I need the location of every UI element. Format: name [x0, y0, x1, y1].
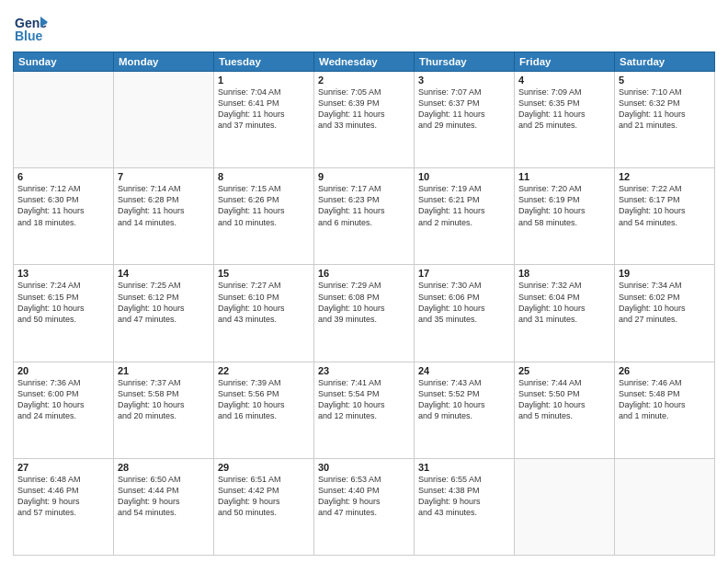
day-info: Sunrise: 6:50 AM Sunset: 4:44 PM Dayligh… [118, 474, 210, 519]
day-info: Sunrise: 7:17 AM Sunset: 6:23 PM Dayligh… [318, 183, 410, 228]
day-info: Sunrise: 7:44 AM Sunset: 5:50 PM Dayligh… [518, 377, 610, 422]
day-info: Sunrise: 6:55 AM Sunset: 4:38 PM Dayligh… [418, 474, 510, 519]
day-number: 11 [518, 171, 610, 182]
week-row-4: 27Sunrise: 6:48 AM Sunset: 4:46 PM Dayli… [14, 458, 715, 555]
day-info: Sunrise: 7:27 AM Sunset: 6:10 PM Dayligh… [218, 280, 310, 325]
day-number: 31 [418, 462, 510, 473]
day-cell: 4Sunrise: 7:09 AM Sunset: 6:35 PM Daylig… [515, 72, 615, 168]
day-cell: 16Sunrise: 7:29 AM Sunset: 6:08 PM Dayli… [314, 265, 415, 362]
day-info: Sunrise: 7:43 AM Sunset: 5:52 PM Dayligh… [418, 377, 510, 422]
day-info: Sunrise: 7:07 AM Sunset: 6:37 PM Dayligh… [418, 86, 510, 132]
page: General Blue SundayMondayTuesdayWednesda… [0, 0, 728, 563]
day-number: 5 [619, 75, 711, 86]
day-info: Sunrise: 7:14 AM Sunset: 6:28 PM Dayligh… [118, 183, 210, 228]
day-info: Sunrise: 7:36 AM Sunset: 6:00 PM Dayligh… [17, 377, 109, 422]
day-info: Sunrise: 7:05 AM Sunset: 6:39 PM Dayligh… [318, 86, 410, 132]
day-cell [615, 458, 715, 555]
week-row-3: 20Sunrise: 7:36 AM Sunset: 6:00 PM Dayli… [14, 362, 715, 458]
day-number: 23 [318, 365, 410, 376]
day-info: Sunrise: 7:30 AM Sunset: 6:06 PM Dayligh… [418, 280, 510, 325]
day-info: Sunrise: 7:10 AM Sunset: 6:32 PM Dayligh… [619, 86, 711, 132]
weekday-header-sunday: Sunday [14, 52, 114, 72]
day-number: 21 [118, 365, 210, 376]
day-cell: 31Sunrise: 6:55 AM Sunset: 4:38 PM Dayli… [415, 458, 515, 555]
day-cell: 26Sunrise: 7:46 AM Sunset: 5:48 PM Dayli… [615, 362, 715, 458]
day-number: 20 [17, 365, 109, 376]
week-row-0: 1Sunrise: 7:04 AM Sunset: 6:41 PM Daylig… [14, 72, 715, 168]
week-row-1: 6Sunrise: 7:12 AM Sunset: 6:30 PM Daylig… [14, 168, 715, 265]
weekday-header-row: SundayMondayTuesdayWednesdayThursdayFrid… [14, 52, 715, 72]
day-info: Sunrise: 7:22 AM Sunset: 6:17 PM Dayligh… [619, 183, 711, 228]
day-cell: 12Sunrise: 7:22 AM Sunset: 6:17 PM Dayli… [615, 168, 715, 265]
day-info: Sunrise: 7:19 AM Sunset: 6:21 PM Dayligh… [418, 183, 510, 228]
week-row-2: 13Sunrise: 7:24 AM Sunset: 6:15 PM Dayli… [14, 265, 715, 362]
logo-icon: General Blue [13, 9, 48, 48]
weekday-header-saturday: Saturday [615, 52, 715, 72]
day-cell: 14Sunrise: 7:25 AM Sunset: 6:12 PM Dayli… [114, 265, 214, 362]
day-cell: 15Sunrise: 7:27 AM Sunset: 6:10 PM Dayli… [214, 265, 314, 362]
day-info: Sunrise: 7:04 AM Sunset: 6:41 PM Dayligh… [218, 86, 310, 132]
svg-text:Blue: Blue [15, 29, 43, 43]
day-info: Sunrise: 6:53 AM Sunset: 4:40 PM Dayligh… [318, 474, 410, 519]
day-cell: 27Sunrise: 6:48 AM Sunset: 4:46 PM Dayli… [14, 458, 114, 555]
day-number: 6 [17, 171, 109, 182]
day-cell: 2Sunrise: 7:05 AM Sunset: 6:39 PM Daylig… [314, 72, 415, 168]
day-cell: 30Sunrise: 6:53 AM Sunset: 4:40 PM Dayli… [314, 458, 415, 555]
day-number: 22 [218, 365, 310, 376]
day-info: Sunrise: 7:46 AM Sunset: 5:48 PM Dayligh… [619, 377, 711, 422]
day-cell: 9Sunrise: 7:17 AM Sunset: 6:23 PM Daylig… [314, 168, 415, 265]
day-number: 15 [218, 268, 310, 279]
day-info: Sunrise: 6:48 AM Sunset: 4:46 PM Dayligh… [17, 474, 109, 519]
day-number: 7 [118, 171, 210, 182]
day-info: Sunrise: 7:12 AM Sunset: 6:30 PM Dayligh… [17, 183, 109, 228]
day-cell: 25Sunrise: 7:44 AM Sunset: 5:50 PM Dayli… [515, 362, 615, 458]
day-info: Sunrise: 7:20 AM Sunset: 6:19 PM Dayligh… [518, 183, 610, 228]
day-number: 27 [17, 462, 109, 473]
day-info: Sunrise: 7:41 AM Sunset: 5:54 PM Dayligh… [318, 377, 410, 422]
day-number: 29 [218, 462, 310, 473]
day-number: 3 [418, 75, 510, 86]
day-cell: 20Sunrise: 7:36 AM Sunset: 6:00 PM Dayli… [14, 362, 114, 458]
day-number: 25 [518, 365, 610, 376]
day-info: Sunrise: 6:51 AM Sunset: 4:42 PM Dayligh… [218, 474, 310, 519]
day-number: 26 [619, 365, 711, 376]
header: General Blue [13, 9, 715, 48]
day-number: 18 [518, 268, 610, 279]
day-cell [515, 458, 615, 555]
weekday-header-friday: Friday [515, 52, 615, 72]
day-cell: 5Sunrise: 7:10 AM Sunset: 6:32 PM Daylig… [615, 72, 715, 168]
day-cell: 22Sunrise: 7:39 AM Sunset: 5:56 PM Dayli… [214, 362, 314, 458]
day-cell [114, 72, 214, 168]
day-info: Sunrise: 7:09 AM Sunset: 6:35 PM Dayligh… [518, 86, 610, 132]
day-info: Sunrise: 7:29 AM Sunset: 6:08 PM Dayligh… [318, 280, 410, 325]
day-cell: 13Sunrise: 7:24 AM Sunset: 6:15 PM Dayli… [14, 265, 114, 362]
day-cell: 21Sunrise: 7:37 AM Sunset: 5:58 PM Dayli… [114, 362, 214, 458]
day-number: 9 [318, 171, 410, 182]
day-info: Sunrise: 7:32 AM Sunset: 6:04 PM Dayligh… [518, 280, 610, 325]
day-number: 10 [418, 171, 510, 182]
weekday-header-thursday: Thursday [415, 52, 515, 72]
day-number: 1 [218, 75, 310, 86]
day-cell: 17Sunrise: 7:30 AM Sunset: 6:06 PM Dayli… [415, 265, 515, 362]
day-number: 19 [619, 268, 711, 279]
day-cell [14, 72, 114, 168]
day-number: 14 [118, 268, 210, 279]
day-info: Sunrise: 7:34 AM Sunset: 6:02 PM Dayligh… [619, 280, 711, 325]
day-cell: 24Sunrise: 7:43 AM Sunset: 5:52 PM Dayli… [415, 362, 515, 458]
weekday-header-wednesday: Wednesday [314, 52, 415, 72]
day-cell: 23Sunrise: 7:41 AM Sunset: 5:54 PM Dayli… [314, 362, 415, 458]
day-number: 30 [318, 462, 410, 473]
day-cell: 3Sunrise: 7:07 AM Sunset: 6:37 PM Daylig… [415, 72, 515, 168]
day-info: Sunrise: 7:24 AM Sunset: 6:15 PM Dayligh… [17, 280, 109, 325]
day-cell: 7Sunrise: 7:14 AM Sunset: 6:28 PM Daylig… [114, 168, 214, 265]
day-cell: 8Sunrise: 7:15 AM Sunset: 6:26 PM Daylig… [214, 168, 314, 265]
day-number: 16 [318, 268, 410, 279]
day-number: 28 [118, 462, 210, 473]
day-cell: 10Sunrise: 7:19 AM Sunset: 6:21 PM Dayli… [415, 168, 515, 265]
day-cell: 18Sunrise: 7:32 AM Sunset: 6:04 PM Dayli… [515, 265, 615, 362]
calendar-table: SundayMondayTuesdayWednesdayThursdayFrid… [13, 52, 715, 556]
day-number: 8 [218, 171, 310, 182]
day-info: Sunrise: 7:15 AM Sunset: 6:26 PM Dayligh… [218, 183, 310, 228]
day-cell: 29Sunrise: 6:51 AM Sunset: 4:42 PM Dayli… [214, 458, 314, 555]
day-cell: 28Sunrise: 6:50 AM Sunset: 4:44 PM Dayli… [114, 458, 214, 555]
